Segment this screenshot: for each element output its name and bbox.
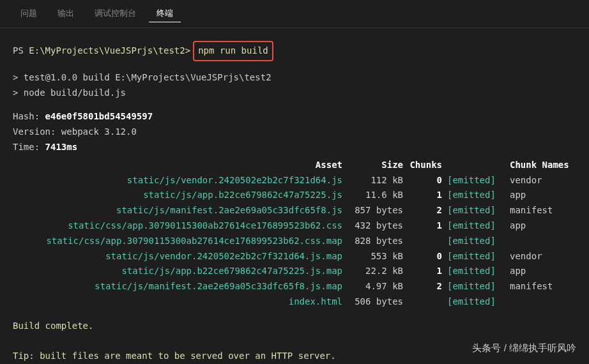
exec-line-1: > test@1.0.0 build E:\MyProjects\VueJSPr…: [13, 70, 576, 86]
footer-block: Build complete. Tip: built files are mea…: [13, 319, 576, 364]
terminal-content[interactable]: PS E:\MyProjects\VueJSPrjs\test2>npm run…: [0, 28, 589, 364]
tab-debug-console[interactable]: 调试控制台: [87, 5, 144, 22]
emitted-cell: [emitted]: [447, 203, 505, 218]
asset-cell: static/js/app.b22ce679862c47a75225.js.ma…: [13, 264, 345, 279]
asset-cell: index.html: [13, 294, 345, 310]
header-size: Size: [345, 158, 406, 173]
size-cell: 857 bytes: [345, 203, 406, 218]
names-cell: app: [505, 218, 575, 234]
chunks-cell: 0: [406, 173, 447, 188]
size-cell: 22.2 kB: [345, 264, 406, 279]
prompt-path: E:\MyProjects\VueJSPrjs\test2>: [29, 45, 190, 56]
size-cell: 506 bytes: [345, 294, 406, 310]
table-row: static/js/app.b22ce679862c47a75225.js.ma…: [13, 264, 576, 279]
panel-tabs: 问题 输出 调试控制台 终端: [0, 0, 589, 28]
tab-output[interactable]: 输出: [50, 5, 82, 22]
command-text: npm run build: [198, 45, 268, 56]
time-line: Time: 7413ms: [13, 140, 576, 155]
version-value: webpack 3.12.0: [61, 126, 137, 137]
table-row: static/js/vendor.2420502e2b2c7f321d64.js…: [13, 173, 576, 188]
names-cell: manifest: [505, 279, 575, 294]
chunks-cell: 1: [406, 218, 447, 234]
table-row: static/js/app.b22ce679862c47a75225.js11.…: [13, 188, 576, 203]
build-table: Asset Size Chunks Chunk Names static/js/…: [13, 158, 576, 310]
table-row: index.html506 bytes[emitted]: [13, 294, 576, 310]
emitted-cell: [emitted]: [447, 218, 505, 234]
size-cell: 432 bytes: [345, 218, 406, 234]
asset-cell: static/js/vendor.2420502e2b2c7f321d64.js: [13, 173, 345, 188]
table-row: static/js/manifest.2ae2e69a05c33dfc65f8.…: [13, 203, 576, 218]
emitted-cell: [emitted]: [447, 188, 505, 203]
asset-cell: static/js/manifest.2ae2e69a05c33dfc65f8.…: [13, 203, 345, 218]
version-line: Version: webpack 3.12.0: [13, 125, 576, 140]
time-label: Time:: [13, 142, 45, 152]
stats-block: Hash: e46e0f5801bd54549597 Version: webp…: [13, 109, 576, 155]
size-cell: 112 kB: [345, 173, 406, 188]
prompt-line: PS E:\MyProjects\VueJSPrjs\test2>npm run…: [13, 41, 576, 61]
table-header: Asset Size Chunks Chunk Names: [13, 158, 576, 173]
names-cell: app: [505, 188, 575, 203]
names-cell: [505, 294, 575, 310]
ps-label: PS: [13, 45, 29, 56]
asset-cell: static/js/manifest.2ae2e69a05c33dfc65f8.…: [13, 279, 345, 294]
names-cell: vendor: [505, 249, 575, 264]
tab-terminal[interactable]: 终端: [149, 5, 181, 22]
size-cell: 828 bytes: [345, 234, 406, 249]
chunks-cell: [406, 294, 447, 310]
tab-problems[interactable]: 问题: [13, 5, 45, 22]
size-cell: 4.97 kB: [345, 279, 406, 294]
chunks-cell: 2: [406, 279, 447, 294]
watermark: 头条号 / 绵绵执手听风吟: [472, 342, 576, 354]
emitted-cell: [emitted]: [447, 234, 505, 249]
table-row: static/js/manifest.2ae2e69a05c33dfc65f8.…: [13, 279, 576, 294]
emitted-cell: [emitted]: [447, 264, 505, 279]
names-cell: manifest: [505, 203, 575, 218]
hash-line: Hash: e46e0f5801bd54549597: [13, 109, 576, 125]
chunks-cell: 1: [406, 264, 447, 279]
version-label: Version:: [13, 126, 61, 137]
asset-cell: static/css/app.30790115300ab27614ce17689…: [13, 218, 345, 234]
chunks-cell: 0: [406, 249, 447, 264]
hash-value: e46e0f5801bd54549597: [45, 111, 153, 121]
table-row: static/css/app.30790115300ab27614ce17689…: [13, 218, 576, 234]
table-row: static/css/app.30790115300ab27614ce17689…: [13, 234, 576, 249]
header-names: Chunk Names: [505, 158, 575, 173]
exec-block: > test@1.0.0 build E:\MyProjects\VueJSPr…: [13, 70, 576, 101]
header-emitted: [447, 158, 505, 173]
exec-line-2: > node build/build.js: [13, 86, 576, 101]
build-complete: Build complete.: [13, 319, 576, 334]
emitted-cell: [emitted]: [447, 249, 505, 264]
asset-cell: static/js/app.b22ce679862c47a75225.js: [13, 188, 345, 203]
size-cell: 11.6 kB: [345, 188, 406, 203]
command-highlight: npm run build: [193, 41, 273, 61]
chunks-cell: [406, 234, 447, 249]
time-value: 7413ms: [45, 142, 78, 152]
chunks-cell: 1: [406, 188, 447, 203]
asset-cell: static/js/vendor.2420502e2b2c7f321d64.js…: [13, 249, 345, 264]
header-asset: Asset: [13, 158, 345, 173]
names-cell: [505, 234, 575, 249]
header-chunks: Chunks: [406, 158, 447, 173]
chunks-cell: 2: [406, 203, 447, 218]
emitted-cell: [emitted]: [447, 279, 505, 294]
size-cell: 553 kB: [345, 249, 406, 264]
emitted-cell: [emitted]: [447, 173, 505, 188]
emitted-cell: [emitted]: [447, 294, 505, 310]
hash-label: Hash:: [13, 111, 45, 121]
asset-cell: static/css/app.30790115300ab27614ce17689…: [13, 234, 345, 249]
names-cell: vendor: [505, 173, 575, 188]
names-cell: app: [505, 264, 575, 279]
table-row: static/js/vendor.2420502e2b2c7f321d64.js…: [13, 249, 576, 264]
